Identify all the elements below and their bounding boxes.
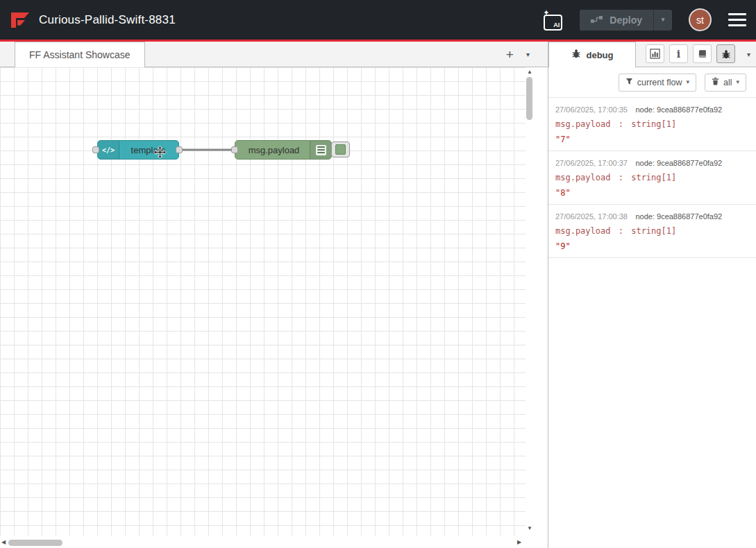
debug-toolbar: current flow ▾ all ▾ xyxy=(548,67,756,97)
sidebar-tabbar: debug i xyxy=(548,42,756,67)
deploy-options-button[interactable]: ▾ xyxy=(653,10,672,31)
workspace: FF Assistant Showcase + ▾ </> xyxy=(0,42,548,548)
sidebar-tab-dashboard[interactable] xyxy=(646,44,664,63)
sidebar-tab-icons: i xyxy=(646,44,735,63)
path-type-separator: : xyxy=(619,226,623,236)
header-actions: ✦ AI Deploy ▾ xyxy=(542,8,746,31)
debug-message: 27/06/2025, 17:00:38 node: 9cea886877e0f… xyxy=(548,205,756,258)
path-type-separator: : xyxy=(619,119,623,129)
ai-icon: AI xyxy=(544,15,562,31)
mouse-move-cursor-icon xyxy=(153,146,167,162)
ai-assistant-button[interactable]: ✦ AI xyxy=(542,9,563,31)
debug-node-label: msg.payload xyxy=(238,141,310,159)
book-icon xyxy=(698,49,707,59)
vertical-scrollbar-thumb[interactable] xyxy=(526,77,532,120)
message-meta: 27/06/2025, 17:00:35 node: 9cea886877e0f… xyxy=(555,103,749,115)
tabbar-actions: + ▾ xyxy=(506,42,530,67)
debug-list-icon xyxy=(316,145,326,155)
node-red-editor: Curious-Pallid-Swift-8831 ✦ AI Deploy xyxy=(0,0,756,548)
chevron-down-icon: ▾ xyxy=(686,79,689,85)
chevron-down-icon: ▾ xyxy=(662,17,665,23)
flow-canvas[interactable]: </> template msg.payload xyxy=(0,67,548,548)
template-node-icon-region: </> xyxy=(98,141,119,159)
message-type: string[1] xyxy=(631,173,676,182)
scroll-up-arrow[interactable]: ▲ xyxy=(527,69,532,75)
chevron-down-icon: ▾ xyxy=(736,79,739,85)
bug-icon xyxy=(571,49,581,61)
menu-bar xyxy=(728,19,746,21)
template-node-label: template xyxy=(119,141,177,159)
debug-node-icon-region xyxy=(310,141,331,159)
message-node-id: node: 9cea886877e0fa92 xyxy=(635,105,722,114)
deploy-button-main[interactable]: Deploy xyxy=(580,10,653,31)
debug-message: 27/06/2025, 17:00:35 node: 9cea886877e0f… xyxy=(548,97,756,151)
message-value: "7" xyxy=(555,135,749,144)
deploy-button[interactable]: Deploy ▾ xyxy=(580,10,672,31)
add-flow-button[interactable]: + xyxy=(506,48,514,61)
message-path: msg.payload xyxy=(555,226,610,236)
sidebar-menu-button[interactable]: ▾ xyxy=(747,51,750,58)
debug-message: 27/06/2025, 17:00:37 node: 9cea886877e0f… xyxy=(548,151,756,205)
bug-icon xyxy=(721,49,731,59)
debug-messages: 27/06/2025, 17:00:35 node: 9cea886877e0f… xyxy=(548,97,756,548)
filter-icon xyxy=(625,78,633,87)
clear-label: all xyxy=(723,78,732,87)
debug-enable-toggle[interactable] xyxy=(331,142,350,157)
scroll-down-arrow[interactable]: ▼ xyxy=(527,525,532,531)
debug-input-port[interactable] xyxy=(231,146,238,153)
scroll-left-arrow[interactable]: ◀ xyxy=(1,539,6,545)
sidebar-tab-help[interactable] xyxy=(693,44,712,63)
debug-toggle-indicator xyxy=(335,144,346,155)
menu-bar xyxy=(728,13,746,15)
path-type-separator: : xyxy=(619,173,623,182)
message-property: msg.payload : string[1] xyxy=(555,119,749,129)
deploy-icon xyxy=(591,15,603,26)
scroll-right-arrow[interactable]: ▶ xyxy=(517,539,521,545)
message-path: msg.payload xyxy=(555,119,610,129)
message-node-id: node: 9cea886877e0fa92 xyxy=(635,159,722,167)
avatar-initials: st xyxy=(696,15,704,26)
sidebar-tab-label: debug xyxy=(587,50,614,60)
sidebar-tab-debug[interactable]: debug xyxy=(548,42,636,67)
sidebar: debug i xyxy=(548,42,756,548)
sidebar-tab-info[interactable]: i xyxy=(669,44,688,63)
code-icon: </> xyxy=(102,146,115,154)
debug-clear-button[interactable]: all ▾ xyxy=(705,74,746,92)
template-input-port[interactable] xyxy=(92,146,99,153)
message-path: msg.payload xyxy=(555,173,610,182)
instance-title: Curious-Pallid-Swift-8831 xyxy=(39,13,176,27)
flow-list-button[interactable]: ▾ xyxy=(526,51,530,58)
message-type: string[1] xyxy=(631,119,676,129)
header: Curious-Pallid-Swift-8831 ✦ AI Deploy xyxy=(0,0,756,40)
message-timestamp: 27/06/2025, 17:00:38 xyxy=(555,212,628,221)
message-meta: 27/06/2025, 17:00:38 node: 9cea886877e0f… xyxy=(555,209,749,222)
message-property: msg.payload : string[1] xyxy=(555,226,749,236)
template-output-port[interactable] xyxy=(176,146,183,153)
flowfuse-logo[interactable] xyxy=(10,12,31,28)
editor-main: FF Assistant Showcase + ▾ </> xyxy=(0,42,756,548)
sidebar-tab-debug-icon[interactable] xyxy=(716,44,735,63)
deploy-label: Deploy xyxy=(610,15,642,26)
message-node-id: node: 9cea886877e0fa92 xyxy=(635,212,722,221)
debug-filter-button[interactable]: current flow ▾ xyxy=(619,74,696,92)
workspace-tabbar: FF Assistant Showcase + ▾ xyxy=(0,42,548,67)
menu-bar xyxy=(728,24,746,26)
wire[interactable] xyxy=(0,67,548,548)
info-icon: i xyxy=(677,49,680,59)
message-timestamp: 27/06/2025, 17:00:37 xyxy=(555,159,628,167)
flow-tab-label: FF Assistant Showcase xyxy=(29,49,131,60)
sidebar-resizer[interactable] xyxy=(535,67,548,548)
horizontal-scrollbar-thumb[interactable] xyxy=(8,540,62,546)
bar-chart-icon xyxy=(650,49,660,59)
user-avatar[interactable]: st xyxy=(689,8,712,31)
message-timestamp: 27/06/2025, 17:00:35 xyxy=(555,105,628,114)
debug-node[interactable]: msg.payload xyxy=(235,140,332,160)
flow-tab[interactable]: FF Assistant Showcase xyxy=(15,42,145,67)
message-value: "9" xyxy=(555,241,749,251)
message-type: string[1] xyxy=(631,226,676,236)
filter-label: current flow xyxy=(637,78,682,87)
template-node[interactable]: </> template xyxy=(97,140,179,160)
message-meta: 27/06/2025, 17:00:37 node: 9cea886877e0f… xyxy=(555,156,749,169)
main-menu-button[interactable] xyxy=(728,13,746,26)
trash-icon xyxy=(712,77,719,87)
